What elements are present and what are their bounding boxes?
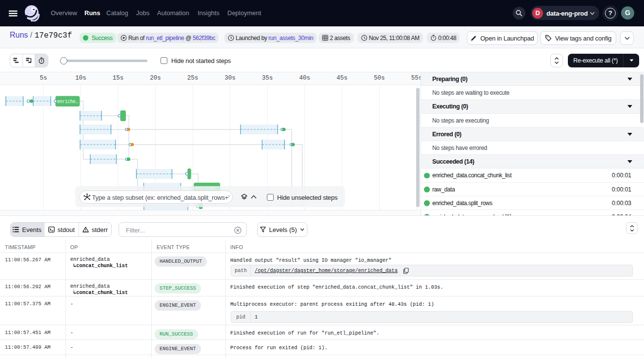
svg-text:enriche…: enriche… xyxy=(57,99,78,105)
